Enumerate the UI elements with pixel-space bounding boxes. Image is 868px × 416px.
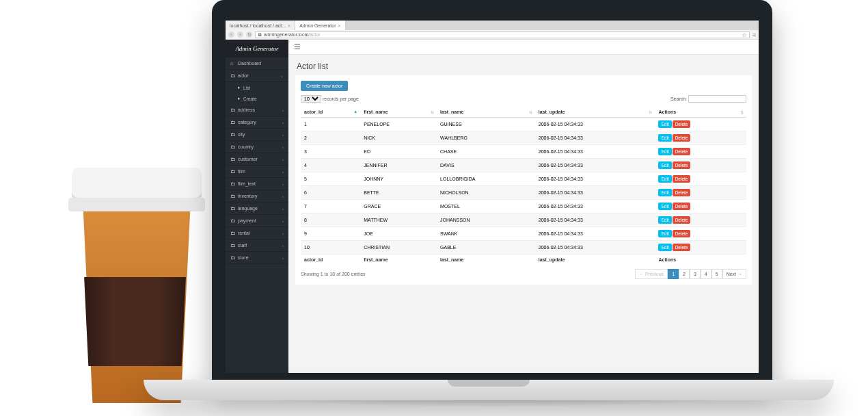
sidebar-item-film[interactable]: 🗀film› — [226, 166, 288, 178]
column-header-last-name[interactable]: last_name⇅ — [437, 107, 535, 118]
sidebar-item-label: inventory — [238, 194, 257, 198]
edit-button[interactable]: Edit — [658, 134, 671, 142]
sidebar-item-label: List — [243, 86, 250, 90]
sort-asc-icon: ▲ — [353, 109, 357, 114]
edit-button[interactable]: Edit — [658, 244, 671, 251]
sidebar-item-language[interactable]: 🗀language› — [226, 203, 288, 215]
browser-tab[interactable]: Admin Generator × — [295, 21, 345, 30]
delete-button[interactable]: Delete — [673, 216, 691, 224]
delete-button[interactable]: Delete — [673, 161, 691, 169]
pagination-next[interactable]: Next → — [722, 269, 746, 279]
delete-button[interactable]: Delete — [673, 230, 691, 237]
delete-button[interactable]: Delete — [673, 175, 691, 183]
sidebar-item-dashboard[interactable]: ⌂ Dashboard — [226, 57, 288, 70]
pagination: ← Previous 12345 Next → — [635, 269, 746, 279]
search-input[interactable] — [688, 95, 746, 103]
delete-button[interactable]: Delete — [673, 120, 691, 128]
table-info: Showing 1 to 10 of 200 entries — [301, 272, 366, 276]
folder-icon: 🗀 — [230, 231, 235, 235]
cell-actor-id: 7 — [301, 200, 360, 213]
folder-icon: 🗀 — [230, 73, 235, 78]
column-header-actor-id[interactable]: actor_id▲ — [301, 107, 360, 118]
cell-first-name: JOE — [360, 227, 437, 241]
delete-button[interactable]: Delete — [673, 189, 691, 196]
forward-button[interactable]: › — [237, 31, 243, 38]
sidebar-item-actor[interactable]: 🗀actor⌄ — [226, 70, 288, 82]
cell-last-update: 2006-02-15 04:34:33 — [535, 227, 655, 241]
delete-button[interactable]: Delete — [673, 148, 691, 155]
browser-tab[interactable]: localhost / localhost / act... × — [226, 21, 295, 30]
sidebar-item-address[interactable]: 🗀address› — [226, 104, 288, 116]
pagination-prev[interactable]: ← Previous — [635, 269, 668, 279]
table-row: 3EDCHASE2006-02-15 04:34:33EditDelete — [301, 145, 746, 159]
sidebar-item-city[interactable]: 🗀city› — [226, 129, 288, 141]
edit-button[interactable]: Edit — [658, 120, 671, 128]
back-button[interactable]: ‹ — [228, 31, 234, 38]
tab-label: localhost / localhost / act... — [230, 23, 286, 28]
edit-button[interactable]: Edit — [658, 216, 671, 224]
delete-button[interactable]: Delete — [673, 244, 691, 251]
star-icon[interactable]: ☆ — [742, 31, 747, 38]
chevron-right-icon: › — [282, 219, 284, 223]
edit-button[interactable]: Edit — [658, 203, 671, 210]
delete-button[interactable]: Delete — [673, 134, 691, 142]
column-header-actions: Actions⇅ — [655, 107, 746, 118]
bullet-icon: ▸ — [238, 96, 241, 101]
cell-last-name: WAHLBERG — [437, 131, 535, 145]
sidebar-item-rental[interactable]: 🗀rental› — [226, 227, 288, 239]
dashboard-icon: ⌂ — [230, 61, 235, 66]
delete-button[interactable]: Delete — [673, 203, 691, 210]
column-footer: Actions — [655, 255, 746, 265]
table-row: 10CHRISTIANGABLE2006-02-15 04:34:33EditD… — [301, 241, 746, 255]
cell-last-update: 2006-02-15 04:34:33 — [535, 159, 655, 172]
sort-icon: ⇅ — [740, 109, 744, 114]
sidebar-item-inventory[interactable]: 🗀inventory› — [226, 190, 288, 203]
column-footer: first_name — [360, 255, 437, 265]
pagination-page[interactable]: 5 — [711, 269, 722, 279]
edit-button[interactable]: Edit — [658, 161, 671, 169]
sidebar-item-label: language — [238, 206, 258, 211]
chevron-right-icon: › — [282, 157, 284, 161]
cell-last-name: SWANK — [437, 227, 535, 241]
reload-button[interactable]: ↻ — [246, 31, 252, 38]
folder-icon: 🗀 — [230, 206, 235, 211]
sidebar-item-store[interactable]: 🗀store› — [226, 252, 288, 264]
sidebar-item-label: rental — [238, 231, 250, 235]
edit-button[interactable]: Edit — [658, 148, 671, 155]
perpage-select[interactable]: 10 — [301, 95, 321, 103]
close-icon[interactable]: × — [338, 23, 341, 28]
menu-toggle-icon[interactable]: ☰ — [294, 42, 301, 51]
pagination-page[interactable]: 1 — [668, 269, 679, 279]
folder-icon: 🗀 — [230, 132, 235, 137]
sidebar-item-film-text[interactable]: 🗀film_text› — [226, 178, 288, 190]
edit-button[interactable]: Edit — [658, 230, 671, 237]
cell-actor-id: 1 — [301, 118, 360, 131]
sidebar-subitem-create[interactable]: ▸Create — [226, 93, 288, 104]
menu-icon[interactable]: ≡ — [752, 31, 756, 38]
cell-first-name: MATTHEW — [360, 213, 437, 227]
url-bar[interactable]: 🗎 admingenerator.local/actor ☆ — [255, 31, 750, 38]
topbar: ☰ — [288, 40, 759, 55]
folder-icon: 🗀 — [230, 157, 235, 161]
column-header-last-update[interactable]: last_update⇅ — [535, 107, 655, 118]
sidebar-item-customer[interactable]: 🗀customer› — [226, 153, 288, 166]
pagination-page[interactable]: 2 — [679, 269, 690, 279]
pagination-page[interactable]: 4 — [701, 269, 711, 279]
edit-button[interactable]: Edit — [658, 189, 671, 196]
close-icon[interactable]: × — [288, 23, 290, 28]
sidebar-item-label: Dashboard — [238, 61, 261, 66]
sidebar-item-payment[interactable]: 🗀payment› — [226, 215, 288, 227]
folder-icon: 🗀 — [230, 144, 235, 149]
sidebar-item-label: country — [238, 144, 254, 149]
column-header-first-name[interactable]: first_name⇅ — [360, 107, 437, 118]
sidebar-item-staff[interactable]: 🗀staff› — [226, 239, 288, 252]
sidebar-subitem-list[interactable]: ▸List — [226, 82, 288, 93]
sidebar-item-category[interactable]: 🗀category› — [226, 116, 288, 129]
table-row: 7GRACEMOSTEL2006-02-15 04:34:33EditDelet… — [301, 200, 746, 213]
create-button[interactable]: Create new actor — [301, 81, 348, 91]
edit-button[interactable]: Edit — [658, 175, 671, 183]
url-host: admingenerator.local — [264, 32, 308, 37]
sidebar-item-country[interactable]: 🗀country› — [226, 141, 288, 153]
pagination-page[interactable]: 3 — [690, 269, 701, 279]
table-row: 9JOESWANK2006-02-15 04:34:33EditDelete — [301, 227, 746, 241]
